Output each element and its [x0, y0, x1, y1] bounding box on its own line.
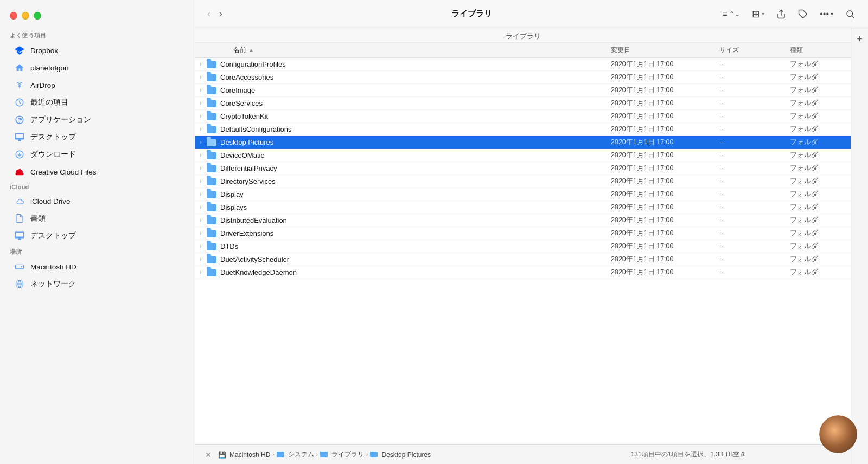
folder-icon-cell	[206, 254, 217, 265]
sidebar-item-documents[interactable]: 書類	[4, 210, 190, 227]
expand-arrow[interactable]: ›	[195, 100, 206, 106]
expand-arrow[interactable]: ›	[195, 61, 206, 67]
expand-arrow[interactable]: ›	[195, 217, 206, 223]
table-row[interactable]: › Displays 2020年1月1日 17:00 -- フォルダ	[195, 201, 851, 214]
file-date: 2020年1月1日 17:00	[607, 151, 715, 160]
file-name: DuetKnowledgeDaemon	[220, 268, 607, 276]
table-row[interactable]: › DifferentialPrivacy 2020年1月1日 17:00 --…	[195, 162, 851, 175]
file-kind: フォルダ	[786, 164, 851, 173]
expand-arrow[interactable]: ›	[195, 204, 206, 210]
breadcrumb-item[interactable]: システム	[277, 450, 314, 459]
forward-button[interactable]: ›	[216, 6, 226, 22]
table-row[interactable]: › CoreServices 2020年1月1日 17:00 -- フォルダ	[195, 97, 851, 110]
file-name: ConfigurationProfiles	[220, 60, 607, 68]
breadcrumb-separator: ›	[316, 452, 318, 457]
sidebar-item-airdrop-label: AirDrop	[30, 81, 55, 89]
grid-view-button[interactable]: ⊞ ▾	[748, 6, 769, 22]
table-row[interactable]: › Display 2020年1月1日 17:00 -- フォルダ	[195, 188, 851, 201]
table-row[interactable]: › DeviceOMatic 2020年1月1日 17:00 -- フォルダ	[195, 149, 851, 162]
sidebar-item-creative-cloud[interactable]: Creative Cloud Files	[4, 164, 190, 180]
col-header-date[interactable]: 変更日	[607, 46, 715, 55]
table-row[interactable]: › DirectoryServices 2020年1月1日 17:00 -- フ…	[195, 175, 851, 188]
expand-arrow[interactable]: ›	[195, 243, 206, 249]
table-row[interactable]: › DriverExtensions 2020年1月1日 17:00 -- フォ…	[195, 227, 851, 240]
tag-button[interactable]	[794, 7, 812, 21]
expand-arrow[interactable]: ›	[195, 152, 206, 158]
file-kind: フォルダ	[786, 216, 851, 225]
bc-folder-icon	[320, 452, 328, 457]
minimize-button[interactable]	[22, 12, 29, 20]
window-title: ライブラリ	[230, 9, 714, 19]
sidebar-item-downloads[interactable]: ダウンロード	[4, 146, 190, 163]
list-view-button[interactable]: ≡ ⌃⌄	[718, 7, 744, 21]
table-row[interactable]: › DistributedEvaluation 2020年1月1日 17:00 …	[195, 214, 851, 227]
table-row[interactable]: › CryptoTokenKit 2020年1月1日 17:00 -- フォルダ	[195, 110, 851, 123]
expand-arrow[interactable]: ›	[195, 269, 206, 275]
status-text: 131項目中の1項目を選択、1.33 TB空き	[533, 450, 844, 459]
table-row[interactable]: › DTDs 2020年1月1日 17:00 -- フォルダ	[195, 240, 851, 253]
file-size: --	[715, 217, 786, 224]
expand-arrow[interactable]: ›	[195, 126, 206, 132]
file-kind: フォルダ	[786, 229, 851, 238]
file-size: --	[715, 256, 786, 263]
file-size: --	[715, 113, 786, 120]
sidebar-item-macintosh-hd[interactable]: Macintosh HD	[4, 259, 190, 275]
sidebar-item-recents-label: 最近の項目	[30, 98, 68, 107]
table-row[interactable]: › CoreImage 2020年1月1日 17:00 -- フォルダ	[195, 84, 851, 97]
col-header-kind[interactable]: 種類	[786, 46, 851, 55]
share-button[interactable]	[772, 7, 790, 21]
sidebar-item-desktop-icloud[interactable]: デスクトップ	[4, 228, 190, 244]
table-row[interactable]: › Desktop Pictures 2020年1月1日 17:00 -- フォ…	[195, 136, 851, 149]
sidebar-item-desktop[interactable]: デスクトップ	[4, 129, 190, 145]
sidebar-item-planetofgori[interactable]: planetofgori	[4, 60, 190, 76]
file-date: 2020年1月1日 17:00	[607, 255, 715, 264]
table-row[interactable]: › DuetKnowledgeDaemon 2020年1月1日 17:00 --…	[195, 266, 851, 279]
sidebar-item-recents[interactable]: 最近の項目	[4, 94, 190, 111]
expand-arrow[interactable]: ›	[195, 256, 206, 262]
sidebar-item-airdrop[interactable]: AirDrop	[4, 77, 190, 93]
sidebar-item-icloud-drive[interactable]: iCloud Drive	[4, 193, 190, 209]
file-size: --	[715, 165, 786, 172]
breadcrumb-item[interactable]: 💾Macintosh HD	[218, 451, 270, 459]
file-kind: フォルダ	[786, 138, 851, 147]
expand-arrow[interactable]: ›	[195, 87, 206, 93]
back-button[interactable]: ‹	[204, 6, 214, 22]
close-button[interactable]	[10, 12, 17, 20]
file-size: --	[715, 191, 786, 198]
add-tab-button[interactable]: +	[853, 33, 866, 46]
expand-arrow[interactable]: ›	[195, 139, 206, 145]
folder-icon-cell	[206, 241, 217, 252]
expand-arrow[interactable]: ›	[195, 178, 206, 184]
search-button[interactable]	[841, 7, 859, 21]
file-date: 2020年1月1日 17:00	[607, 112, 715, 121]
expand-arrow[interactable]: ›	[195, 165, 206, 171]
maximize-button[interactable]	[34, 12, 41, 20]
file-date: 2020年1月1日 17:00	[607, 177, 715, 186]
file-name: DeviceOMatic	[220, 151, 607, 159]
status-close-button[interactable]: ✕	[202, 449, 215, 460]
icloud-icon	[14, 196, 25, 207]
breadcrumb-item[interactable]: Desktop Pictures	[370, 451, 431, 459]
sidebar-item-dropbox[interactable]: Dropbox	[4, 42, 190, 59]
expand-arrow[interactable]: ›	[195, 191, 206, 197]
table-row[interactable]: › CoreAccessories 2020年1月1日 17:00 -- フォル…	[195, 71, 851, 84]
sidebar-item-network[interactable]: ネットワーク	[4, 276, 190, 292]
folder-icon-cell	[206, 59, 217, 70]
table-row[interactable]: › DefaultsConfigurations 2020年1月1日 17:00…	[195, 123, 851, 136]
sidebar-item-applications[interactable]: アプリケーション	[4, 112, 190, 128]
col-header-name[interactable]: 名前 ▲	[206, 46, 607, 55]
svg-rect-5	[16, 265, 24, 269]
expand-arrow[interactable]: ›	[195, 113, 206, 119]
expand-arrow[interactable]: ›	[195, 230, 206, 236]
breadcrumb-item[interactable]: ライブラリ	[320, 450, 364, 459]
expand-arrow[interactable]: ›	[195, 74, 206, 80]
table-row[interactable]: › DuetActivityScheduler 2020年1月1日 17:00 …	[195, 253, 851, 266]
more-button[interactable]: ••• ▾	[815, 7, 838, 21]
file-name: DirectoryServices	[220, 177, 607, 185]
table-row[interactable]: › ConfigurationProfiles 2020年1月1日 17:00 …	[195, 58, 851, 71]
folder-icon-cell	[206, 163, 217, 174]
col-header-size[interactable]: サイズ	[715, 46, 786, 55]
file-kind: フォルダ	[786, 177, 851, 186]
sidebar-item-creative-cloud-label: Creative Cloud Files	[30, 168, 97, 176]
folder-icon-cell	[206, 124, 217, 135]
